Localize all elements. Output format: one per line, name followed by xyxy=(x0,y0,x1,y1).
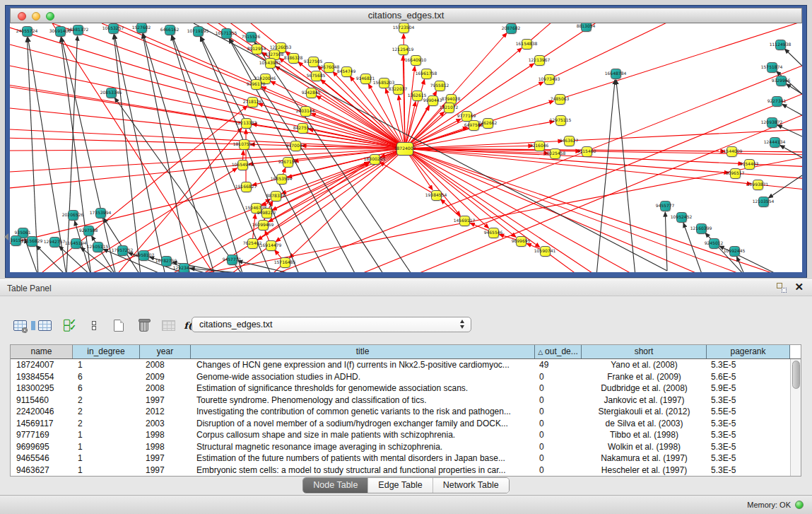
graph-node[interactable]: 12975115 xyxy=(555,115,566,126)
graph-node[interactable]: 9457771 xyxy=(227,255,237,265)
network-view[interactable]: 1872400718300295891295412226053932750810… xyxy=(10,23,802,272)
graph-node[interactable]: 16914479 xyxy=(266,240,276,251)
graph-node[interactable]: 11156829 xyxy=(27,236,37,247)
graph-node[interactable]: 12505115 xyxy=(93,242,103,252)
graph-node[interactable]: 939154 xyxy=(11,235,21,246)
graph-node[interactable]: 8454749 xyxy=(341,66,352,77)
graph-node[interactable]: 2718126 xyxy=(247,97,258,107)
panel-collapse-arrow-icon[interactable] xyxy=(1,233,8,240)
vertical-scrollbar[interactable] xyxy=(790,359,801,476)
minimize-window-icon[interactable] xyxy=(32,12,40,21)
graph-node[interactable]: 12213967 xyxy=(534,55,545,66)
graph-node[interactable]: 23676048 xyxy=(324,62,334,73)
graph-node[interactable]: 9297588 xyxy=(83,226,94,236)
table-selector-dropdown[interactable]: citations_edges.txt xyxy=(192,317,471,332)
graph-node[interactable]: 20206526 xyxy=(68,210,78,221)
graph-node[interactable]: 9990443 xyxy=(428,95,438,106)
graph-node[interactable]: 9498222 xyxy=(261,208,272,218)
graph-node[interactable]: 6466162 xyxy=(165,25,175,35)
graph-node[interactable]: 12444134 xyxy=(770,137,780,148)
column-header-out_de[interactable]: △out_de... xyxy=(535,345,582,358)
graph-node[interactable]: 8878334 xyxy=(271,191,281,201)
column-header-short[interactable]: short xyxy=(582,345,707,358)
graph-node[interactable]: 9154403 xyxy=(744,159,755,170)
column-header-year[interactable]: year xyxy=(140,345,191,358)
graph-node[interactable]: 16154838 xyxy=(522,39,532,49)
graph-node[interactable]: 20853346 xyxy=(106,88,117,98)
graph-node[interactable]: 24055724 xyxy=(22,26,33,37)
graph-node[interactable]: 19166827 xyxy=(241,182,252,192)
table-row[interactable]: 946554611997Estimation of the future num… xyxy=(11,452,801,465)
graph-node[interactable]: 10952452 xyxy=(676,212,687,223)
graph-node[interactable]: 9463627 xyxy=(564,136,575,146)
table-mode-button[interactable] xyxy=(10,316,30,334)
graph-node[interactable]: 12103554 xyxy=(758,197,769,207)
graph-node[interactable]: 16099469 xyxy=(258,220,269,230)
graph-node[interactable]: 1921072 xyxy=(444,103,454,113)
create-column-button[interactable] xyxy=(109,316,129,334)
graph-node[interactable]: 9327505 xyxy=(308,57,319,67)
graph-node[interactable]: 12125419 xyxy=(398,45,408,55)
graph-node[interactable]: 8813054 xyxy=(581,23,592,32)
window-title-bar[interactable]: citations_edges.txt xyxy=(10,8,802,23)
graph-node[interactable]: 12923448 xyxy=(179,263,189,273)
graph-node[interactable]: 10973493 xyxy=(544,74,555,85)
graph-node[interactable]: 12160399 xyxy=(696,223,707,234)
graph-node[interactable]: 7462662 xyxy=(483,118,493,129)
graph-node[interactable]: 10543982 xyxy=(265,58,276,69)
graph-node[interactable]: 9267150 xyxy=(283,157,293,168)
delete-column-button[interactable] xyxy=(134,316,153,334)
close-window-icon[interactable] xyxy=(18,12,26,21)
select-rows-button[interactable]: ▢✓▢✓ xyxy=(59,316,79,334)
table-row[interactable]: 1938455462009Genome-wide association stu… xyxy=(11,371,801,383)
graph-node[interactable]: 8096517 xyxy=(730,168,741,179)
graph-node[interactable]: 6497568 xyxy=(469,120,479,131)
graph-node[interactable]: 2087682 xyxy=(506,23,517,34)
graph-node[interactable]: 15751874 xyxy=(767,62,777,73)
delete-table-button[interactable] xyxy=(158,316,178,334)
graph-node[interactable]: 9329966 xyxy=(776,76,787,86)
graph-node[interactable]: 16648784 xyxy=(611,69,621,79)
graph-node[interactable]: 7485063 xyxy=(555,94,565,105)
graph-node[interactable]: 1362615 xyxy=(412,90,423,101)
table-row[interactable]: 911546021997Tourette syndrome. Phenomeno… xyxy=(11,395,801,407)
table-row[interactable]: 1830029562008Estimation of significance … xyxy=(11,382,801,395)
graph-node[interactable]: 9245012 xyxy=(709,238,719,249)
column-header-in_degree[interactable]: in_degree xyxy=(73,345,140,358)
graph-node[interactable]: 16958107 xyxy=(139,250,149,261)
graph-node[interactable]: 8322037 xyxy=(393,84,404,95)
graph-node[interactable]: 12213383 xyxy=(241,118,252,129)
graph-node[interactable]: 9146821 xyxy=(360,74,371,84)
graph-node[interactable]: 10993871 xyxy=(753,180,763,190)
graph-node[interactable]: 12093872 xyxy=(767,117,777,128)
graph-node[interactable]: 12942757 xyxy=(49,237,60,247)
graph-node[interactable]: 30691406 xyxy=(55,26,66,37)
graph-node[interactable]: 7955812 xyxy=(435,81,445,91)
graph-node[interactable]: 9115460 xyxy=(582,146,592,157)
graph-node[interactable]: 16782759 xyxy=(161,256,172,267)
table-row[interactable]: 1872400712008Changes of HCN gene express… xyxy=(11,359,801,371)
graph-node[interactable]: 16640910 xyxy=(411,55,421,66)
graph-node[interactable]: 18981372 xyxy=(73,25,83,35)
graph-node[interactable]: 15716485 xyxy=(280,257,290,268)
close-panel-icon[interactable]: ✕ xyxy=(794,281,804,293)
table-row[interactable]: 1456911722003Disruption of a novel membe… xyxy=(11,418,801,430)
graph-node[interactable]: 18724007 xyxy=(396,142,413,156)
graph-node[interactable]: 19384554 xyxy=(431,190,442,201)
graph-node[interactable]: 9227341 xyxy=(772,96,782,107)
graph-node[interactable]: 17957252 xyxy=(117,245,128,256)
graph-node[interactable]: 3216046 xyxy=(534,141,545,151)
graph-node[interactable]: 17353994 xyxy=(95,208,106,218)
graph-node[interactable]: 16353594 xyxy=(276,174,287,185)
graph-node[interactable]: 10653257 xyxy=(108,23,119,34)
tab-node-table[interactable]: Node Table xyxy=(303,478,367,493)
graph-node[interactable]: 9699695 xyxy=(516,236,526,247)
graph-node[interactable]: 8912954 xyxy=(252,44,262,54)
table-row[interactable]: 2242004622012Investigating the contribut… xyxy=(11,406,801,418)
graph-node[interactable]: 9465546 xyxy=(488,228,499,238)
graph-node[interactable]: 9242845 xyxy=(306,88,317,98)
column-header-pagerank[interactable]: pagerank xyxy=(707,345,790,358)
column-header-title[interactable]: title xyxy=(191,345,535,358)
graph-node[interactable]: 15723504 xyxy=(399,23,409,33)
graph-node[interactable]: 8186328 xyxy=(288,53,299,64)
